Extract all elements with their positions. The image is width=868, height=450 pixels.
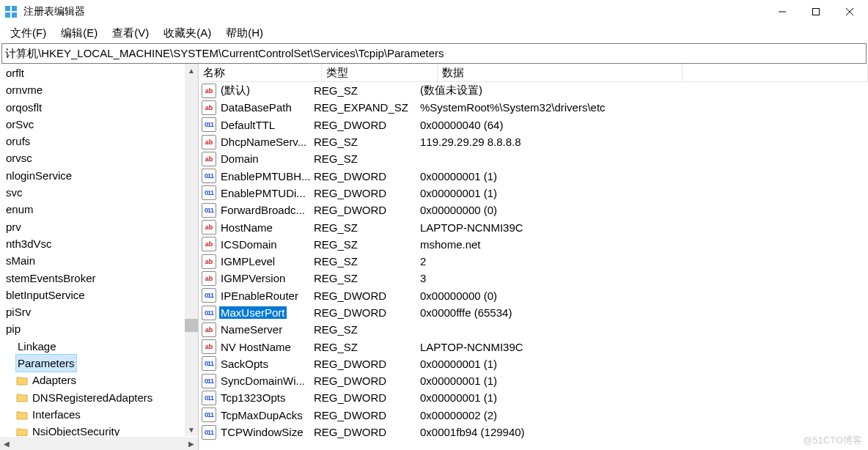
tree-item[interactable]: Parameters: [0, 355, 185, 372]
list-row[interactable]: abDataBasePathREG_EXPAND_SZ%SystemRoot%\…: [199, 99, 868, 116]
tree-item[interactable]: orvsc: [0, 150, 185, 166]
value-data: 0x00000000 (0): [420, 204, 868, 216]
list-row[interactable]: 011Tcp1323OptsREG_DWORD0x00000001 (1): [199, 389, 868, 406]
window-title: 注册表编辑器: [23, 5, 765, 18]
value-data: 0x00000040 (64): [420, 119, 868, 131]
value-data: mshome.net: [420, 238, 868, 251]
tree-view[interactable]: orfltornvmeorqosfltorSvcorufsorvscnlogin…: [0, 64, 185, 436]
list-row[interactable]: 011EnablePMTUDi...REG_DWORD0x00000001 (1…: [199, 185, 868, 202]
list-row[interactable]: 011EnablePMTUBH...REG_DWORD0x00000001 (1…: [199, 167, 868, 184]
tree-item[interactable]: Interfaces: [0, 406, 185, 423]
column-spare[interactable]: [683, 64, 868, 81]
binary-value-icon: 011: [202, 391, 216, 405]
address-bar[interactable]: 计算机\HKEY_LOCAL_MACHINE\SYSTEM\CurrentCon…: [1, 43, 867, 64]
list-row[interactable]: 011SyncDomainWi...REG_DWORD0x00000001 (1…: [199, 372, 868, 389]
tree-item-label: bletInputService: [4, 287, 87, 303]
list-row[interactable]: abDomainREG_SZ: [199, 150, 868, 167]
value-type: REG_DWORD: [314, 204, 420, 216]
list-row[interactable]: 011TcpMaxDupAcksREG_DWORD0x00000002 (2): [199, 407, 868, 424]
value-type: REG_DWORD: [314, 306, 420, 319]
value-type: REG_SZ: [314, 152, 420, 165]
string-value-icon: ab: [202, 339, 216, 354]
value-data: 0x00000001 (1): [420, 358, 868, 370]
value-name: DefaultTTL: [219, 119, 276, 131]
menu-item-4[interactable]: 帮助(H): [218, 25, 271, 42]
list-row[interactable]: 011IPEnableRouterREG_DWORD0x00000000 (0): [199, 287, 868, 304]
svg-rect-5: [813, 9, 820, 15]
close-button[interactable]: [833, 0, 867, 23]
menu-item-0[interactable]: 文件(F): [3, 25, 54, 42]
list-row[interactable]: abNameServerREG_SZ: [199, 321, 868, 338]
value-name: TCPWindowSize: [219, 426, 305, 438]
tree-item[interactable]: orSvc: [0, 116, 185, 133]
value-name: SyncDomainWi...: [219, 375, 306, 387]
binary-value-icon: 011: [202, 374, 216, 388]
list-row[interactable]: abHostNameREG_SZLAPTOP-NCNMI39C: [199, 218, 868, 235]
tree-item[interactable]: bletInputService: [0, 287, 185, 303]
list-row[interactable]: abICSDomainREG_SZmshome.net: [199, 236, 868, 253]
tree-item[interactable]: DNSRegisteredAdapters: [0, 389, 185, 406]
tree-horizontal-scrollbar[interactable]: ◀ ▶: [0, 436, 198, 450]
list-row[interactable]: abIGMPLevelREG_SZ2: [199, 253, 868, 270]
tree-vertical-scrollbar[interactable]: ▲ ▼: [185, 64, 198, 436]
tree-item-label: Adapters: [31, 372, 78, 388]
tree-item[interactable]: nth3dVsc: [0, 235, 185, 252]
column-type[interactable]: 类型: [322, 64, 438, 81]
scroll-right-icon[interactable]: ▶: [185, 437, 198, 450]
tree-item[interactable]: Linkage: [0, 338, 185, 355]
tree-item[interactable]: NsiObjectSecurity: [0, 423, 185, 436]
list-row[interactable]: 011ForwardBroadc...REG_DWORD0x00000000 (…: [199, 202, 868, 218]
list-row[interactable]: 011TCPWindowSizeREG_DWORD0x0001fb94 (129…: [199, 424, 868, 440]
tree-item[interactable]: orqosflt: [0, 99, 185, 116]
minimize-button[interactable]: [765, 0, 799, 23]
tree-item[interactable]: piSrv: [0, 303, 185, 320]
main-area: orfltornvmeorqosfltorSvcorufsorvscnlogin…: [0, 64, 868, 450]
tree-item[interactable]: orflt: [0, 64, 185, 81]
tree-item-label: piSrv: [4, 303, 32, 320]
tree-item[interactable]: Adapters: [0, 372, 185, 388]
address-text: 计算机\HKEY_LOCAL_MACHINE\SYSTEM\CurrentCon…: [5, 47, 444, 61]
scroll-up-icon[interactable]: ▲: [185, 64, 198, 77]
value-type: REG_SZ: [314, 272, 420, 284]
list-view[interactable]: ab(默认)REG_SZ(数值未设置)abDataBasePathREG_EXP…: [199, 82, 868, 450]
list-row[interactable]: ab(默认)REG_SZ(数值未设置): [199, 82, 868, 99]
scroll-left-icon[interactable]: ◀: [0, 437, 13, 450]
binary-value-icon: 011: [202, 117, 216, 132]
tree-item[interactable]: enum: [0, 201, 185, 218]
value-data: 119.29.29.29 8.8.8.8: [420, 136, 868, 148]
string-value-icon: ab: [202, 84, 216, 98]
tree-item[interactable]: sMain: [0, 252, 185, 269]
value-name: IPEnableRouter: [219, 289, 300, 302]
tree-item[interactable]: nloginService: [0, 167, 185, 184]
list-row[interactable]: abIGMPVersionREG_SZ3: [199, 270, 868, 287]
column-data[interactable]: 数据: [438, 64, 683, 81]
list-row[interactable]: abNV HostNameREG_SZLAPTOP-NCNMI39C: [199, 338, 868, 355]
menu-item-2[interactable]: 查看(V): [105, 25, 156, 42]
binary-value-icon: 011: [202, 169, 216, 183]
column-name[interactable]: 名称: [199, 64, 322, 81]
value-data: 0x00000000 (0): [420, 289, 868, 302]
scroll-down-icon[interactable]: ▼: [185, 423, 198, 436]
maximize-button[interactable]: [799, 0, 833, 23]
list-row[interactable]: 011SackOptsREG_DWORD0x00000001 (1): [199, 355, 868, 372]
menu-item-1[interactable]: 编辑(E): [54, 25, 105, 42]
tree-item[interactable]: orufs: [0, 133, 185, 150]
string-value-icon: ab: [202, 100, 216, 115]
list-row[interactable]: 011MaxUserPortREG_DWORD0x0000fffe (65534…: [199, 304, 868, 321]
value-type: REG_DWORD: [314, 391, 420, 404]
scroll-thumb[interactable]: [185, 319, 198, 332]
list-row[interactable]: abDhcpNameServ...REG_SZ119.29.29.29 8.8.…: [199, 133, 868, 150]
value-data: 0x0001fb94 (129940): [420, 426, 868, 438]
tree-item-label: prv: [4, 218, 23, 235]
tree-pane: orfltornvmeorqosfltorSvcorufsorvscnlogin…: [0, 64, 199, 450]
tree-item[interactable]: stemEventsBroker: [0, 270, 185, 287]
tree-item[interactable]: pip: [0, 320, 185, 337]
tree-item-label: Parameters: [16, 355, 76, 372]
tree-item[interactable]: svc: [0, 184, 185, 201]
tree-item-label: stemEventsBroker: [4, 270, 98, 287]
menu-item-3[interactable]: 收藏夹(A): [156, 25, 218, 42]
tree-item[interactable]: ornvme: [0, 81, 185, 98]
value-data: 0x00000001 (1): [420, 391, 868, 404]
tree-item[interactable]: prv: [0, 218, 185, 235]
list-row[interactable]: 011DefaultTTLREG_DWORD0x00000040 (64): [199, 117, 868, 133]
